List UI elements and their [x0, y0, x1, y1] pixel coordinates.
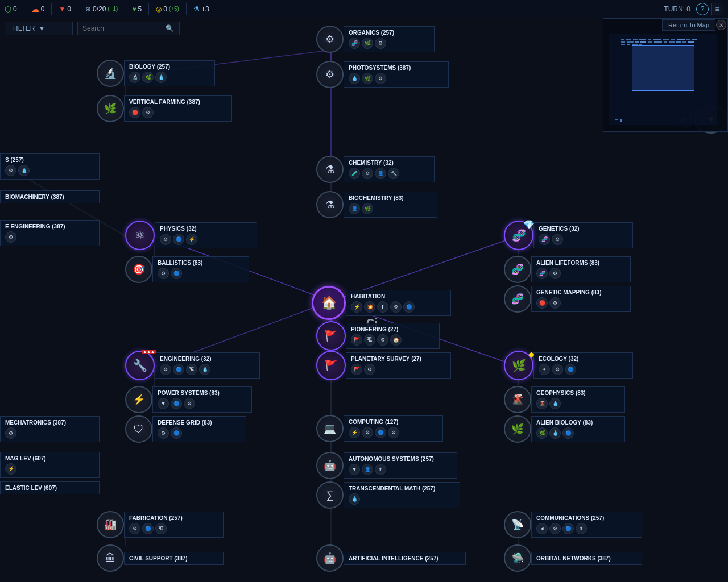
- comp-icons: ⚡ ⚙ 🔵 ⚙: [349, 427, 438, 438]
- tech-alien-biology[interactable]: 🌿 ALIEN BIOLOGY (83) 🌿 💧 🔵: [504, 415, 625, 443]
- help-button[interactable]: ?: [696, 3, 709, 15]
- defense-grid-icon: 🛡: [125, 415, 152, 443]
- genetics-icons: 🧬 ⚙: [539, 234, 628, 245]
- ps3-sub-3: ⚙: [184, 398, 195, 409]
- filterbar: FILTER ▼ 🔍: [0, 18, 184, 39]
- tech-alien-lifeforms[interactable]: 🧬 ALIEN LIFEFORMS (83) 🧬 ⚙: [504, 256, 631, 283]
- tech-organics[interactable]: ⚙ ORGANICS (257) 🧬 🌿 ⚙: [316, 26, 435, 53]
- eco-icons: ✦ ⚙ 🔵: [539, 364, 628, 375]
- filter-button[interactable]: FILTER ▼: [5, 22, 73, 35]
- tech-vertical-farming[interactable]: 🌿 VERTICAL FARMING (387) 🔴 ⚙: [97, 95, 232, 122]
- fab-icons: ⚙ 🔵 🏗: [129, 523, 218, 534]
- food-value: 0: [67, 5, 71, 13]
- ps2-icons: 🚩 ⚙: [351, 364, 446, 375]
- tech-transcendental-math[interactable]: ∑ TRANSCENDENTAL MATH (257) 💧: [316, 481, 460, 509]
- tech-artificial-intelligence[interactable]: 🤖 ARTIFICIAL INTELLIGENCE (257): [316, 544, 466, 572]
- habitation-icon: 🏠: [312, 286, 346, 320]
- ai-title: ARTIFICIAL INTELLIGENCE (257): [349, 555, 461, 562]
- tech-computing[interactable]: 💻 COMPUTING (127) ⚡ ⚙ 🔵 ⚙: [316, 415, 443, 442]
- organics-sub-icon-3: ⚙: [375, 38, 386, 49]
- tech-orbital-networks[interactable]: 🛸 ORBITAL NETWORKS (387): [504, 544, 642, 572]
- fab-sub-2: 🔵: [142, 523, 154, 534]
- tech-autonomous-systems[interactable]: 🤖 AUTONOMOUS SYSTEMS (257) ▼ 👤 ⬆: [316, 452, 457, 479]
- pioneering-card: PIONEERING (27) 🚩 🏗 ⚙ 🏠: [346, 323, 440, 349]
- tech-planetary-survey[interactable]: 🚩 PLANETARY SURVEY (27) 🚩 ⚙: [316, 351, 451, 380]
- menu-button[interactable]: ≡: [711, 3, 723, 15]
- tech-physics[interactable]: ⚛ PHYSICS (32) ⚙ 🔵 ⚡: [125, 221, 257, 250]
- as-sub-2: 👤: [362, 464, 373, 475]
- return-map-button[interactable]: Return To Map: [662, 19, 715, 31]
- tech-engineering[interactable]: 🔧 ▲▲▲ ENGINEERING (32) ⚙ 🔵 🏗 💧: [125, 351, 260, 380]
- population-delta: (+1): [107, 6, 118, 12]
- ab-title: ALIEN BIOLOGY (83): [536, 419, 620, 426]
- left-mechatronics[interactable]: MECHATRONICS (387) ⚙: [0, 416, 100, 442]
- fab-sub-3: 🏗: [155, 523, 167, 534]
- ps2-sub-1: 🚩: [351, 364, 362, 375]
- organics-sub-icon-1: 🧬: [349, 38, 360, 49]
- defense-grid-card: DEFENSE GRID (83) ⚙ 🔵: [152, 416, 246, 442]
- comp-sub-1: ⚡: [349, 427, 360, 438]
- engineering-badge: ▲▲▲: [142, 350, 156, 354]
- left-elastic-lev[interactable]: ELASTIC LEV (607): [0, 481, 100, 494]
- tech-fabrication[interactable]: 🏭 FABRICATION (257) ⚙ 🔵 🏗: [97, 511, 224, 538]
- alien-biology-card: ALIEN BIOLOGY (83) 🌿 💧 🔵: [531, 416, 625, 442]
- left-s257-icons: ⚙ 💧: [5, 165, 94, 176]
- energy-value: 0: [13, 5, 17, 13]
- filter-chevron-icon: ▼: [38, 24, 45, 32]
- tech-genetic-mapping[interactable]: 🧬 GENETIC MAPPING (83) 🔴 ⚙: [504, 285, 631, 313]
- tech-ballistics[interactable]: 🎯 BALLISTICS (83) ⚙ 🔵: [125, 256, 249, 283]
- left-ee[interactable]: E ENGINEERING (387) ⚙: [0, 220, 100, 246]
- fab-sub-1: ⚙: [129, 523, 140, 534]
- tech-genetics[interactable]: 🧬 💎 GENETICS (32) 🧬 ⚙: [504, 221, 633, 250]
- topbar: ⬡ 0 ☁ 0 ▼ 0 ⊕ 0/20 (+1) ♥ 5 ◎ 0 (+5) ⚗ +…: [0, 0, 728, 18]
- tech-ecology[interactable]: 🌿 ◆ ECOLOGY (32) ✦ ⚙ 🔵: [504, 351, 633, 380]
- minimap: ✕: [603, 18, 728, 132]
- tech-geophysics[interactable]: 🌋 GEOPHYSICS (83) 🌋 💧: [504, 386, 625, 413]
- ee-sub-1: ⚙: [5, 231, 16, 243]
- pioneering-icon: 🚩: [316, 321, 346, 351]
- vf-sub-2: ⚙: [142, 107, 154, 118]
- left-s257[interactable]: S (257) ⚙ 💧: [0, 153, 100, 180]
- geo-title: GEOPHYSICS (83): [536, 390, 620, 396]
- mech-icons: ⚙: [5, 427, 94, 439]
- ls-sub-1: ⚙: [5, 165, 16, 176]
- computing-card: COMPUTING (127) ⚡ ⚙ 🔵 ⚙: [344, 415, 443, 442]
- ps3-icons: ▼ 🔵 ⚙: [158, 398, 247, 409]
- vertical-farming-icon: 🌿: [97, 95, 124, 122]
- bio-sub-1: 🔬: [129, 72, 140, 83]
- left-biomachinery[interactable]: BIOMACHINERY (387): [0, 190, 100, 203]
- phy-sub-2: 🔵: [173, 234, 184, 245]
- ballistics-icon: 🎯: [125, 256, 152, 283]
- tech-biology[interactable]: 🔬 BIOLOGY (257) 🔬 🌿 💧: [97, 60, 215, 87]
- ps2-sub-2: ⚙: [364, 364, 375, 375]
- tech-photosystems[interactable]: ⚙ PHOTOSYSTEMS (387) 💧 🌿 ⚙: [316, 61, 449, 88]
- bio-sub-2: 🌿: [142, 72, 154, 83]
- hab-sub-3: ⬆: [377, 301, 388, 313]
- minimap-close-button[interactable]: ✕: [716, 20, 726, 30]
- science-icon: ⚗: [193, 5, 200, 13]
- tech-chemistry[interactable]: ⚗ CHEMISTRY (32) 🧪 ⚙ 👤 🔧: [316, 156, 435, 183]
- stat-science: ⚗ +3: [189, 5, 214, 13]
- tech-communications[interactable]: 📡 COMMUNICATIONS (257) ◄ ⚙ 🔵 ⬆: [504, 511, 642, 538]
- left-mag-lev[interactable]: MAG LEV (607) ⚡: [0, 452, 100, 478]
- transcendental-math-icon: ∑: [316, 481, 344, 509]
- gm-icons: 🔴 ⚙: [536, 297, 626, 309]
- pio-title: PIONEERING (27): [351, 326, 435, 332]
- tech-civil-support[interactable]: 🏛 CIVIL SUPPORT (387): [97, 544, 224, 572]
- biology-icons-row: 🔬 🌿 💧: [129, 72, 210, 83]
- ps3-sub-1: ▼: [158, 398, 169, 409]
- dg-title: DEFENSE GRID (83): [158, 419, 241, 426]
- tech-power-systems[interactable]: ⚡ POWER SYSTEMS (83) ▼ 🔵 ⚙: [125, 386, 252, 413]
- eng-sub-2: 🔵: [173, 364, 184, 375]
- hab-sub-5: 🔵: [403, 301, 415, 313]
- elastic-lev-title: ELASTIC LEV (607): [5, 485, 94, 491]
- eng-icons: ⚙ 🔵 🏗 💧: [160, 364, 255, 375]
- phy-sub-1: ⚙: [160, 234, 171, 245]
- tech-habitation[interactable]: 🏠 HABITATION ⚡ 💥 ⬆ ⚙ 🔵: [312, 286, 451, 320]
- physics-card: PHYSICS (32) ⚙ 🔵 ⚡: [155, 222, 257, 248]
- tech-pioneering[interactable]: 🚩 PIONEERING (27) 🚩 🏗 ⚙ 🏠: [316, 321, 440, 351]
- tech-defense-grid[interactable]: 🛡 DEFENSE GRID (83) ⚙ 🔵: [125, 415, 246, 443]
- hab-icons: ⚡ 💥 ⬆ ⚙ 🔵: [351, 301, 446, 313]
- search-input[interactable]: [82, 24, 162, 32]
- tech-biochemistry[interactable]: ⚗ BIOCHEMISTRY (83) 👤 🌿: [316, 191, 437, 218]
